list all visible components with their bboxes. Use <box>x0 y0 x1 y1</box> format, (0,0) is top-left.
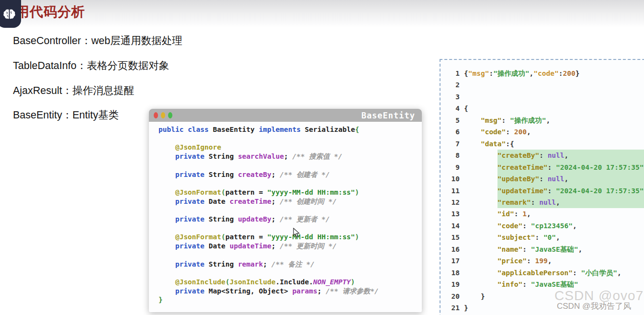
line-number: 9 <box>446 162 460 173</box>
traffic-lights <box>154 112 172 118</box>
page-title: 用代码分析 <box>16 3 85 21</box>
code-window-titlebar[interactable]: BaseEntity <box>149 109 422 122</box>
brain-icon <box>3 9 16 22</box>
bullet-ajaxresult: AjaxResult：操作消息提醒 <box>13 83 134 97</box>
line-number: 17 <box>446 255 460 267</box>
code-line: private String searchValue; /** 搜索值 */ <box>158 152 422 161</box>
code-line: @JsonIgnore <box>158 143 422 152</box>
maximize-window-icon[interactable] <box>168 112 172 118</box>
code-line: private String updateBy; /** 更新者 */ <box>158 215 422 224</box>
line-number: 4 <box>446 103 460 114</box>
line-number: 12 <box>446 197 460 208</box>
json-line: 7 "data":{ <box>446 138 644 150</box>
code-line <box>158 268 422 278</box>
line-number: 6 <box>446 126 460 138</box>
bullet-basecontroller: BaseController：web层通用数据处理 <box>13 34 182 47</box>
json-line: 13 "id": 1, <box>446 208 644 220</box>
line-number: 19 <box>446 279 460 290</box>
code-line <box>158 161 422 170</box>
json-line: 5 "msg": "操作成功", <box>446 115 644 126</box>
code-line: @JsonFormat(pattern = "yyyy-MM-dd HH:mm:… <box>158 233 422 242</box>
watermark-small: CSDN @我劝告了风 <box>557 301 631 312</box>
json-line: 8 "createBy": null, <box>446 150 644 161</box>
code-line: private Map<String, Object> params; /** … <box>158 287 422 296</box>
json-line: 6 "code": 200, <box>446 126 644 138</box>
json-line: 3 <box>446 91 644 103</box>
line-number: 20 <box>446 291 460 302</box>
line-number: 10 <box>446 173 460 185</box>
json-line: 17 "price": 199, <box>446 255 644 267</box>
code-line: } <box>158 295 422 304</box>
json-line: 11 "updateTime": "2024-04-20 17:57:35", <box>446 185 644 197</box>
line-number: 18 <box>446 267 460 279</box>
line-number: 2 <box>446 79 460 91</box>
close-window-icon[interactable] <box>154 112 158 118</box>
line-number: 16 <box>446 244 460 255</box>
code-window-baseentity: BaseEntity public class BaseEntity imple… <box>149 109 422 312</box>
bullet-tabledatainfo: TableDataInfo：表格分页数据对象 <box>13 58 169 72</box>
json-line: 14 "code": "cp123456", <box>446 220 644 232</box>
line-number: 1 <box>446 68 460 79</box>
line-number: 7 <box>446 138 460 150</box>
line-number: 13 <box>446 208 460 220</box>
json-line: 12 "remark": null, <box>446 197 644 208</box>
code-line: private String remark; /** 备注 */ <box>158 260 422 269</box>
mouse-cursor-icon <box>293 228 300 240</box>
json-line: 1{"msg":"操作成功","code":200} <box>446 68 644 79</box>
code-line: private Date createTime; /** 创建时间 */ <box>158 197 422 206</box>
header-gradient <box>0 0 644 28</box>
code-line <box>158 251 422 260</box>
line-number: 8 <box>446 150 460 161</box>
brain-badge <box>0 0 21 28</box>
code-line <box>158 179 422 188</box>
json-line: 4{ <box>446 103 644 114</box>
line-number: 14 <box>446 220 460 232</box>
code-line: @JsonInclude(JsonInclude.Include.NON_EMP… <box>158 278 422 287</box>
code-line <box>158 224 422 233</box>
code-line: @JsonFormat(pattern = "yyyy-MM-dd HH:mm:… <box>158 188 422 197</box>
code-line: public class BaseEntity implements Seria… <box>158 125 422 134</box>
minimize-window-icon[interactable] <box>161 112 165 118</box>
json-line: 2 <box>446 79 644 91</box>
code-line <box>158 206 422 215</box>
code-line: private Date updateTime; /** 更新时间 */ <box>158 242 422 251</box>
line-number: 15 <box>446 232 460 243</box>
json-line: 15 "subject": "0", <box>446 232 644 243</box>
code-window-title: BaseEntity <box>362 111 415 120</box>
code-line: private String createBy; /** 创建者 */ <box>158 170 422 179</box>
bullet-baseentity: BaseEntity：Entity基类 <box>13 108 119 122</box>
json-line: 18 "applicablePerson": "小白学员", <box>446 267 644 279</box>
json-line: 9 "createTime": "2024-04-20 17:57:35", <box>446 162 644 173</box>
json-line: 10 "updateBy": null, <box>446 173 644 185</box>
line-number: 11 <box>446 185 460 197</box>
java-code-block: public class BaseEntity implements Seria… <box>149 122 422 304</box>
line-number: 5 <box>446 115 460 126</box>
json-response-panel: 1{"msg":"操作成功","code":200}2 3 4{5 "msg":… <box>440 59 644 315</box>
json-line: 16 "name": "JavaSE基础", <box>446 244 644 255</box>
code-line <box>158 134 422 143</box>
line-number: 21 <box>446 302 460 314</box>
line-number: 3 <box>446 91 460 103</box>
